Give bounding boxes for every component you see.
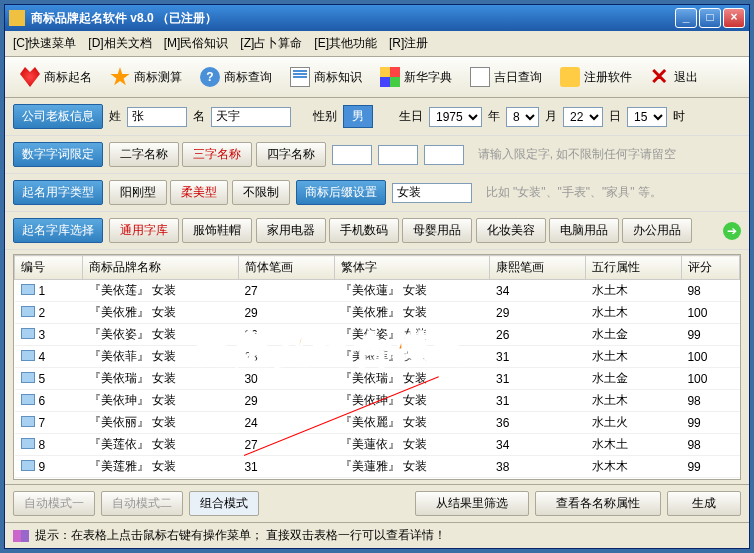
toolbar-star-button[interactable]: 商标测算	[103, 63, 189, 91]
cell: 29	[238, 302, 334, 324]
maximize-button[interactable]: □	[699, 8, 721, 28]
table-row[interactable]: 5『美依瑞』 女装30『美依瑞』 女装31水土金100	[15, 368, 740, 390]
char-lib-button[interactable]: 起名字库选择	[13, 218, 103, 243]
cell: 『美依姿』 女装	[334, 324, 490, 346]
menu-item[interactable]: [M]民俗知识	[164, 36, 229, 50]
option-button[interactable]: 母婴用品	[402, 218, 472, 243]
table-row[interactable]: 2『美依雅』 女装29『美依雅』 女装29水土木100	[15, 302, 740, 324]
table-row[interactable]: 4『美依菲』 女装28『美依菲』 女装31水土木100	[15, 346, 740, 368]
option-button[interactable]: 三字名称	[182, 142, 252, 167]
column-header[interactable]: 编号	[15, 256, 83, 280]
close-button[interactable]: ×	[723, 8, 745, 28]
cell: 29	[490, 302, 586, 324]
column-header[interactable]: 评分	[681, 256, 739, 280]
year-select[interactable]: 1975	[429, 107, 482, 127]
hour-select[interactable]: 15	[627, 107, 667, 127]
toolbar-label: 商标查询	[224, 69, 272, 86]
cell: 水土木	[586, 346, 682, 368]
cell: 『美依丽』 女装	[83, 412, 239, 434]
gender-button[interactable]: 男	[343, 105, 373, 128]
option-button[interactable]: 不限制	[232, 180, 290, 205]
char-limit-button[interactable]: 数字字词限定	[13, 142, 103, 167]
filter-results-button[interactable]: 从结果里筛选	[415, 491, 529, 516]
minimize-button[interactable]: _	[675, 8, 697, 28]
option-button[interactable]: 阳刚型	[109, 180, 167, 205]
table-row[interactable]: 8『美莲依』 女装27『美蓮依』 女装34水木土98	[15, 434, 740, 456]
limit-input-1[interactable]	[332, 145, 372, 165]
option-button[interactable]: 柔美型	[170, 180, 228, 205]
next-arrow-button[interactable]: ➔	[723, 222, 741, 240]
option-button[interactable]: 四字名称	[256, 142, 326, 167]
table-row[interactable]: 3『美依姿』 女装26『美依姿』 女装26水土金99	[15, 324, 740, 346]
day-select[interactable]: 22	[563, 107, 603, 127]
limit-input-3[interactable]	[424, 145, 464, 165]
view-attrs-button[interactable]: 查看各名称属性	[535, 491, 661, 516]
doc-icon	[290, 67, 310, 87]
auto-mode-2-button[interactable]: 自动模式二	[101, 491, 183, 516]
boss-info-button[interactable]: 公司老板信息	[13, 104, 103, 129]
auto-mode-1-button[interactable]: 自动模式一	[13, 491, 95, 516]
column-header[interactable]: 康熙笔画	[490, 256, 586, 280]
column-header[interactable]: 简体笔画	[238, 256, 334, 280]
cell: 100	[681, 346, 739, 368]
cell: 100	[681, 368, 739, 390]
cell: 水土木	[586, 302, 682, 324]
cell: 『美依瑞』 女装	[83, 368, 239, 390]
name-input[interactable]	[211, 107, 291, 127]
table-row[interactable]: 10『美莲姿』 女装28『美蓮姿』 女装35水木金100	[15, 478, 740, 481]
suffix-input[interactable]	[392, 183, 472, 203]
toolbar-key-button[interactable]: 注册软件	[553, 63, 639, 91]
toolbar-x-button[interactable]: ✕退出	[643, 63, 705, 91]
menu-item[interactable]: [D]相关文档	[88, 36, 151, 50]
menu-item[interactable]: [R]注册	[389, 36, 428, 50]
option-button[interactable]: 服饰鞋帽	[182, 218, 252, 243]
row-icon	[21, 438, 35, 449]
cell: 『美依菲』 女装	[334, 346, 490, 368]
option-button[interactable]: 电脑用品	[549, 218, 619, 243]
table-row[interactable]: 9『美莲雅』 女装31『美蓮雅』 女装38水木木99	[15, 456, 740, 478]
menu-item[interactable]: [E]其他功能	[314, 36, 377, 50]
column-header[interactable]: 五行属性	[586, 256, 682, 280]
option-button[interactable]: 化妆美容	[476, 218, 546, 243]
table-row[interactable]: 1『美依莲』 女装27『美依蓮』 女装34水土木98	[15, 280, 740, 302]
toolbar-cal-button[interactable]: 吉日查询	[463, 63, 549, 91]
day-label: 日	[609, 108, 621, 125]
option-button[interactable]: 家用电器	[256, 218, 326, 243]
row-icon	[21, 306, 35, 317]
limit-input-2[interactable]	[378, 145, 418, 165]
toolbar-win-button[interactable]: 新华字典	[373, 63, 459, 91]
option-button[interactable]: 手机数码	[329, 218, 399, 243]
cell: 30	[238, 368, 334, 390]
cell: 『美依雅』 女装	[83, 302, 239, 324]
toolbar-label: 商标测算	[134, 69, 182, 86]
cell: 6	[15, 390, 83, 412]
limit-hint: 请输入限定字, 如不限制任何字请留空	[478, 146, 677, 163]
window-title: 商标品牌起名软件 v8.0 （已注册）	[31, 10, 673, 27]
toolbar-q-button[interactable]: ?商标查询	[193, 63, 279, 91]
cell: 水木金	[586, 478, 682, 481]
column-header[interactable]: 繁体字	[334, 256, 490, 280]
cell: 98	[681, 434, 739, 456]
month-select[interactable]: 8	[506, 107, 539, 127]
table-row[interactable]: 6『美依珅』 女装29『美依珅』 女装31水土木98	[15, 390, 740, 412]
table-row[interactable]: 7『美依丽』 女装24『美依麗』 女装36水土火99	[15, 412, 740, 434]
cell: 99	[681, 412, 739, 434]
suffix-settings-button[interactable]: 商标后缀设置	[296, 180, 386, 205]
column-header[interactable]: 商标品牌名称	[83, 256, 239, 280]
option-button[interactable]: 办公用品	[622, 218, 692, 243]
cell: 31	[490, 368, 586, 390]
toolbar-doc-button[interactable]: 商标知识	[283, 63, 369, 91]
char-type-button[interactable]: 起名用字类型	[13, 180, 103, 205]
star-icon	[110, 67, 130, 87]
option-button[interactable]: 二字名称	[109, 142, 179, 167]
toolbar-heart-button[interactable]: 商标起名	[13, 63, 99, 91]
menu-item[interactable]: [C]快速菜单	[13, 36, 76, 50]
surname-input[interactable]	[127, 107, 187, 127]
combo-mode-button[interactable]: 组合模式	[189, 491, 259, 516]
option-button[interactable]: 通用字库	[109, 218, 179, 243]
key-icon	[560, 67, 580, 87]
cell: 31	[490, 390, 586, 412]
menu-item[interactable]: [Z]占卜算命	[240, 36, 302, 50]
form-row-1: 公司老板信息 姓 名 性别 男 生日 1975 年 8 月 22 日 15 时	[5, 98, 749, 136]
generate-button[interactable]: 生成	[667, 491, 741, 516]
